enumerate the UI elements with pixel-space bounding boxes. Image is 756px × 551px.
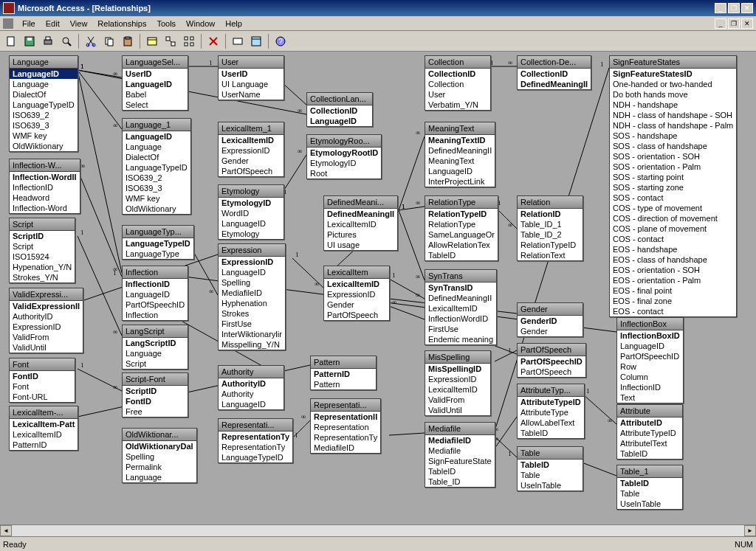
field[interactable]: EOS - final point	[610, 285, 736, 296]
field[interactable]: PatternID	[10, 440, 78, 450]
field[interactable]: EOS - final zone	[610, 296, 736, 306]
field[interactable]: AuthorityID	[10, 311, 83, 322]
show-direct-icon[interactable]	[162, 33, 179, 49]
table-header[interactable]: Pattern	[311, 356, 376, 369]
table-language[interactable]: LanguageLanguageIDLanguageDialectOfLangu…	[9, 55, 78, 152]
field[interactable]: PartOfSpeechID	[123, 299, 188, 310]
field[interactable]: Representation	[311, 422, 380, 432]
table-header[interactable]: Language	[10, 56, 78, 69]
minimize-button[interactable]: _	[715, 3, 726, 13]
field[interactable]: NDH - class of handshape - SOH	[610, 110, 736, 120]
table-header[interactable]: MeaningText	[425, 122, 495, 135]
delete-icon[interactable]	[205, 33, 221, 49]
table-header[interactable]: SynTrans	[425, 270, 496, 283]
scroll-left-icon[interactable]: ◄	[0, 525, 12, 536]
field[interactable]: LanguageID	[10, 69, 78, 79]
field[interactable]: ISO639_2	[10, 110, 78, 120]
field[interactable]: ValidFrom	[10, 332, 83, 342]
field[interactable]: Root	[307, 168, 381, 179]
field[interactable]: OldWiktionary	[10, 141, 78, 151]
table-attrtype[interactable]: AttributeTyp...AttributeTypeIDAttributeT…	[517, 384, 585, 439]
table-header[interactable]: Collection-De...	[518, 56, 591, 69]
table-table[interactable]: TableTableIDTableUseInTable	[517, 446, 583, 491]
table-header[interactable]: RelationType	[425, 196, 498, 209]
table-mediafile[interactable]: MediafileMediafileIDMediafileSignFeature…	[425, 422, 495, 488]
field[interactable]: TableID	[518, 460, 583, 470]
field[interactable]: RepresentationTy	[311, 432, 380, 443]
field[interactable]: ValidFrom	[425, 395, 490, 405]
field[interactable]: TableID	[425, 466, 495, 477]
field[interactable]: Authority	[219, 389, 284, 399]
field[interactable]: InflectionID	[123, 279, 188, 289]
field[interactable]: NDH - handshape	[610, 100, 736, 110]
field[interactable]: DefinedMeaningII	[518, 79, 591, 89]
table-pos[interactable]: PartOfSpeechPartOfSpeechIDPartOfSpeech	[517, 343, 586, 378]
field[interactable]: ExpressionID	[425, 374, 490, 384]
menu-view[interactable]: View	[66, 18, 92, 30]
table-collection[interactable]: CollectionCollectionIDCollectionUserVerb…	[425, 55, 491, 111]
field[interactable]: FirstUse	[219, 319, 285, 329]
field[interactable]: ISO639_2	[123, 173, 190, 183]
field[interactable]: NDH - class of handshape - Palm	[610, 120, 736, 131]
table-header[interactable]: Inflection	[123, 266, 188, 279]
field[interactable]: Language	[10, 79, 78, 89]
field[interactable]: Misspelling_Y/N	[219, 339, 285, 350]
table-header[interactable]: Language_1	[123, 119, 190, 131]
field[interactable]: Collection	[425, 79, 490, 89]
field[interactable]: CollectionID	[307, 105, 372, 116]
field[interactable]: EtymologyRootID	[307, 148, 381, 158]
field[interactable]: UserID	[219, 69, 284, 79]
table-langtype[interactable]: LanguageTyp...LanguageTypeIDLanguageType	[122, 225, 194, 260]
table-header[interactable]: EtymologyRoo...	[307, 135, 381, 148]
copy-icon[interactable]	[101, 33, 117, 49]
table-rep[interactable]: Representati...RepresentationIIRepresent…	[310, 398, 381, 454]
table-lexicalitem2[interactable]: LexicalItem-...LexicalItem-PattLexicalIt…	[9, 406, 78, 451]
mdi-minimize-button[interactable]: _	[715, 18, 726, 29]
field[interactable]: Text	[617, 392, 683, 403]
table-header[interactable]: InflectionBox	[617, 318, 683, 330]
table-colllang[interactable]: CollectionLan...CollectionIDLanguageID	[306, 92, 373, 127]
table-header[interactable]: Script-Font	[123, 373, 188, 386]
field[interactable]: InflectionID	[617, 382, 683, 392]
table-reptype[interactable]: Representati...RepresentationTyRepresent…	[218, 418, 293, 463]
field[interactable]: User	[425, 89, 490, 100]
field[interactable]: MeaningText	[425, 156, 495, 166]
table-colldet[interactable]: Collection-De...CollectionIDDefinedMeani…	[517, 55, 591, 90]
field[interactable]: UseInTable	[617, 499, 682, 509]
table-langsel[interactable]: LanguageSel...UserIDLanguageIDBabelSelec…	[122, 55, 188, 111]
scroll-right-icon[interactable]: ►	[744, 525, 756, 536]
field[interactable]: LexicalItemID	[219, 135, 284, 145]
field[interactable]: Inflection-WordII	[10, 172, 80, 182]
field[interactable]: LexicalItemID	[10, 429, 78, 440]
table-header[interactable]: PartOfSpeech	[518, 344, 585, 356]
field[interactable]: PartOfSpeechID	[518, 356, 585, 367]
table-header[interactable]: Collection	[425, 56, 490, 69]
field[interactable]: COS - contact	[610, 234, 736, 244]
field[interactable]: Spelling	[123, 451, 196, 462]
cut-icon[interactable]	[83, 33, 99, 49]
field[interactable]: Do both hands move	[610, 89, 736, 100]
field[interactable]: SOS - handshape	[610, 131, 736, 141]
table-header[interactable]: Table_1	[617, 465, 682, 478]
field[interactable]: RepresentationII	[311, 412, 380, 422]
field[interactable]: Table_ID	[425, 477, 495, 487]
table-header[interactable]: Representati...	[219, 419, 292, 432]
field[interactable]: ExpressionID	[324, 289, 389, 299]
table-etymology[interactable]: EtymologyEtymologyIDWordIDLanguageIDEtym…	[218, 184, 284, 240]
table-header[interactable]: DefinedMeani...	[324, 196, 397, 209]
table-header[interactable]: Representati...	[311, 399, 380, 412]
table-header[interactable]: LangScript	[123, 325, 188, 338]
table-header[interactable]: LexicalItem_1	[219, 122, 284, 135]
field[interactable]: COS - type of movement	[610, 203, 736, 213]
table-header[interactable]: Table	[518, 447, 583, 460]
field[interactable]: Language	[123, 348, 188, 358]
close-button[interactable]: ✕	[741, 3, 753, 13]
field[interactable]: Strokes_Y/N	[10, 272, 75, 283]
field[interactable]: PartOfSpeechID	[617, 351, 683, 361]
field[interactable]: MediafileID	[425, 435, 495, 446]
field[interactable]: AttributelText	[617, 438, 682, 448]
field[interactable]: ExpressionID	[219, 145, 284, 156]
field[interactable]: SOS - class of handshape	[610, 141, 736, 151]
field[interactable]: PartOfSpeech	[518, 367, 585, 377]
table-script[interactable]: ScriptScriptIDScriptISO15924Hypenation_Y…	[9, 218, 75, 283]
